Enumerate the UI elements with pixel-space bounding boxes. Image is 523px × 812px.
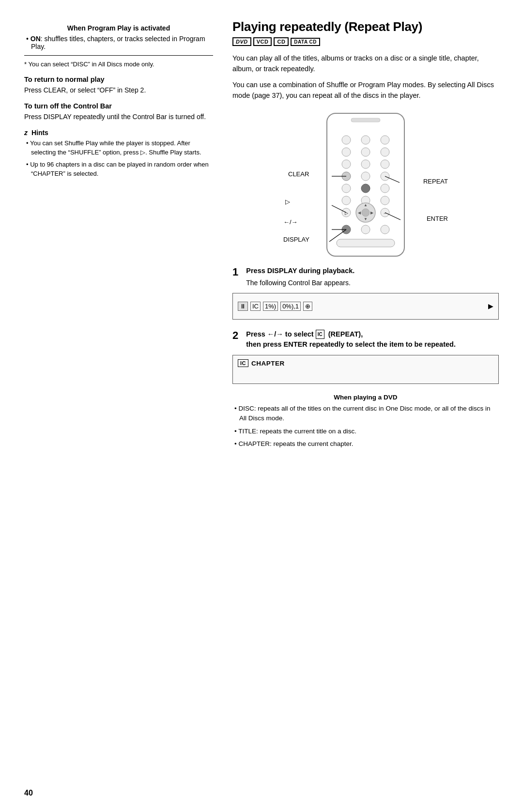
svg-text:▷: ▷ — [345, 211, 348, 215]
svg-point-3 — [361, 136, 370, 144]
svg-point-7 — [381, 148, 389, 156]
svg-point-4 — [381, 136, 389, 144]
ctrl-icon-2: IC — [250, 302, 261, 311]
program-play-header: When Program Play is activated — [24, 24, 213, 32]
return-heading: To return to normal play — [24, 76, 213, 83]
note-text: * You can select “DISC” in All Discs mod… — [24, 61, 213, 68]
label-enter: ENTER — [427, 215, 448, 222]
badge-datacd: DATA CD — [291, 38, 320, 46]
step-1-bold: Press DISPLAY during playback. — [246, 266, 354, 276]
step-1-content: Press DISPLAY during playback. The follo… — [246, 266, 354, 288]
svg-rect-1 — [351, 118, 380, 122]
step-2-content: Press ←/→ to select IC (REPEAT), then pr… — [246, 329, 456, 351]
chapter-label: CHAPTER — [251, 360, 285, 367]
remote-illustration: ▷ ▲ ◀ ▶ ▼ ↔ — [283, 106, 448, 266]
page-container: When Program Play is activated ON: shuff… — [0, 0, 523, 812]
hint-2: Up to 96 chapters in a disc can be playe… — [24, 160, 213, 179]
control-bar-display: ⏸ IC 1%) 0%),1 ⊕ ▶ — [232, 293, 499, 320]
step-1-number: 1 — [232, 266, 238, 278]
badge-dvd: DVD — [232, 37, 251, 46]
divider — [24, 55, 213, 56]
turnoff-body: Press DISPLAY repeatedly until the Contr… — [24, 112, 213, 122]
ctrl-icon-1: ⏸ — [238, 302, 248, 311]
svg-point-15 — [361, 184, 370, 193]
page-number: 40 — [24, 789, 33, 797]
label-repeat: REPEAT — [423, 178, 448, 185]
svg-rect-33 — [337, 239, 395, 247]
svg-text:▲: ▲ — [364, 203, 368, 207]
label-display: DISPLAY — [283, 236, 309, 243]
svg-point-8 — [342, 160, 351, 169]
chapter-display-box: IC CHAPTER — [232, 355, 499, 384]
hint-1: You can set Shuffle Play while the playe… — [24, 139, 213, 157]
svg-point-2 — [342, 136, 351, 144]
ctrl-icon-3: 1%) — [263, 302, 278, 311]
remote-svg: ▷ ▲ ◀ ▶ ▼ ↔ — [322, 111, 409, 261]
svg-point-16 — [381, 184, 389, 193]
label-play-arrow: ▷ — [285, 198, 290, 205]
on-text: : shuffles titles, chapters, or tracks s… — [31, 35, 205, 50]
ctrl-arrow-right: ▶ — [488, 302, 493, 310]
left-column: When Program Play is activated ON: shuff… — [24, 19, 213, 783]
step2-part1: Press ←/→ to select — [246, 330, 313, 338]
repeat-ic-text: IC — [240, 360, 246, 366]
intro-text-1: You can play all of the titles, albums o… — [232, 53, 499, 75]
dvd-bullet-3: CHAPTER: repeats the current chapter. — [232, 439, 499, 449]
step-1-body: The following Control Bar appears. — [246, 278, 354, 288]
when-playing-header: When playing a DVD — [232, 394, 499, 401]
ctrl-icon-5: ⊕ — [303, 302, 312, 311]
svg-text:◀: ◀ — [358, 211, 361, 215]
ctrl-icon-4: 0%),1 — [280, 302, 301, 311]
svg-point-23 — [362, 209, 369, 216]
intro-text-2: You can use a combination of Shuffle or … — [232, 79, 499, 101]
svg-text:▶: ▶ — [370, 211, 374, 215]
step-2: 2 Press ←/→ to select IC (REPEAT), then … — [232, 329, 499, 384]
svg-point-17 — [342, 196, 351, 205]
repeat-icon-symbol: IC — [318, 331, 323, 338]
dvd-bullet-2: TITLE: repeats the current title on a di… — [232, 427, 499, 436]
svg-point-12 — [361, 172, 370, 181]
chapter-box-inner: IC CHAPTER — [238, 359, 493, 367]
on-label: ON — [31, 35, 41, 43]
hints-z: z — [24, 129, 28, 137]
turnoff-heading: To turn off the Control Bar — [24, 102, 213, 110]
return-body: Press CLEAR, or select “OFF” in Step 2. — [24, 85, 213, 95]
step-2-number: 2 — [232, 329, 238, 342]
repeat-inline-icon: IC — [316, 330, 324, 339]
svg-point-32 — [381, 225, 389, 234]
badge-cd: CD — [274, 37, 289, 46]
label-clear: CLEAR — [288, 170, 309, 178]
svg-point-19 — [381, 196, 389, 205]
repeat-icon-box: IC — [238, 359, 248, 367]
right-column: Playing repeatedly (Repeat Play) DVD VCD… — [232, 19, 499, 783]
format-badges: DVD VCD CD DATA CD — [232, 37, 499, 46]
badge-vcd: VCD — [253, 37, 272, 46]
svg-text:▼: ▼ — [364, 217, 368, 221]
step2-repeat-label: (REPEAT) — [328, 330, 361, 338]
step-1: 1 Press DISPLAY during playback. The fol… — [232, 266, 499, 320]
svg-point-6 — [361, 148, 370, 156]
hints-heading: z Hints — [24, 129, 213, 137]
svg-point-5 — [342, 148, 351, 156]
hints-label: Hints — [31, 129, 48, 137]
on-bullet: ON: shuffles titles, chapters, or tracks… — [24, 35, 213, 50]
ctrl-bar-row: ⏸ IC 1%) 0%),1 ⊕ ▶ — [238, 302, 493, 311]
label-leftright: ←/→ — [283, 218, 298, 226]
svg-point-14 — [342, 184, 351, 193]
svg-point-31 — [361, 225, 370, 234]
dvd-bullet-1: DISC: repeats all of the titles on the c… — [232, 404, 499, 424]
svg-point-9 — [361, 160, 370, 169]
svg-point-10 — [381, 160, 389, 169]
section-title: Playing repeatedly (Repeat Play) — [232, 19, 499, 34]
step-2-bold: Press ←/→ to select IC (REPEAT), then pr… — [246, 329, 456, 351]
